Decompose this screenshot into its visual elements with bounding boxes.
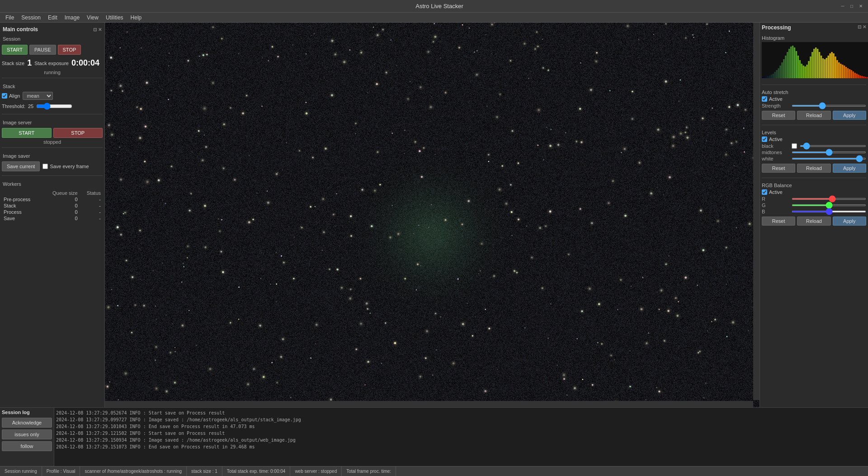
auto-stretch-active-checkbox[interactable] <box>762 96 767 102</box>
auto-stretch-buttons: Reset Reload Apply <box>762 111 866 120</box>
log-entry: 2024-12-08 13:27:29.099727 INFO : Image … <box>56 416 866 423</box>
rgb-reset-button[interactable]: Reset <box>762 217 795 226</box>
window-controls[interactable]: ─ □ ✕ <box>839 3 864 10</box>
auto-stretch-apply-button[interactable]: Apply <box>833 111 866 120</box>
close-button[interactable]: ✕ <box>857 3 864 10</box>
auto-stretch-active-row: Active <box>762 96 866 102</box>
histogram-canvas <box>762 42 868 78</box>
midtones-slider[interactable] <box>792 151 866 153</box>
log-entry: 2024-12-08 13:27:29.101043 INFO : End sa… <box>56 423 866 430</box>
levels-section: Levels Active black midtones white Reset… <box>762 125 866 175</box>
img-server-start-button[interactable]: START <box>2 128 52 138</box>
midtones-label: midtones <box>762 150 789 155</box>
panel-icons: ⊡ ✕ <box>93 27 102 32</box>
r-slider[interactable] <box>792 198 866 200</box>
workers-col-queue: Queue size <box>42 190 79 196</box>
status-web-server: web server : stopped <box>290 467 342 476</box>
levels-active-checkbox[interactable] <box>762 137 767 142</box>
save-every-frame-checkbox[interactable] <box>42 164 48 169</box>
stack-size-label: Stack size <box>2 61 24 66</box>
start-button[interactable]: START <box>2 45 28 55</box>
b-label: B <box>762 209 789 214</box>
save-current-button[interactable]: Save current <box>2 161 40 171</box>
b-slider[interactable] <box>792 211 866 212</box>
worker-row: Process0- <box>2 209 103 215</box>
white-label: white <box>762 156 789 161</box>
threshold-slider[interactable] <box>36 103 72 110</box>
menu-session[interactable]: Session <box>18 14 44 22</box>
status-total-exp: Total stack exp. time: 0:00:04 <box>222 467 291 476</box>
menu-utilities[interactable]: Utilities <box>102 14 127 22</box>
acknowledge-button[interactable]: Acknowledge <box>2 418 52 428</box>
rgb-active-checkbox[interactable] <box>762 189 767 195</box>
levels-apply-button[interactable]: Apply <box>833 164 866 173</box>
img-server-stop-button[interactable]: STOP <box>53 128 103 138</box>
session-section-label: Session <box>2 36 103 42</box>
rgb-reload-button[interactable]: Reload <box>797 217 830 226</box>
horizontal-scrollbar[interactable] <box>105 401 753 407</box>
menu-file[interactable]: File <box>2 14 18 22</box>
g-label: G <box>762 203 789 208</box>
issues-only-button[interactable]: issues only <box>2 429 52 439</box>
status-scanner: scanner of /home/astrogeek/astroshots : … <box>80 467 187 476</box>
auto-stretch-strength-row: Strength <box>762 103 866 108</box>
align-checkbox[interactable] <box>2 93 7 99</box>
auto-stretch-section: Auto stretch Active Strength Reset Reloa… <box>762 85 866 122</box>
session-status: running <box>2 70 103 75</box>
stack-size-value: 1 <box>27 58 32 68</box>
stack-section-label: Stack <box>2 84 103 89</box>
app-title: Astro Live Stacker <box>40 3 839 9</box>
minimize-button[interactable]: ─ <box>839 3 846 10</box>
rgb-r-row: R <box>762 196 866 202</box>
align-method-select[interactable]: mean median <box>23 92 53 100</box>
histogram-container <box>762 42 866 78</box>
rgb-active-row: Active <box>762 189 866 195</box>
levels-buttons: Reset Reload Apply <box>762 164 866 173</box>
white-slider[interactable] <box>792 158 866 160</box>
session-log-area: Session log Acknowledge issues only foll… <box>0 407 868 466</box>
auto-stretch-reset-button[interactable]: Reset <box>762 111 795 120</box>
img-server-status: stopped <box>2 139 103 145</box>
status-stack-size: stack size : 1 <box>187 467 222 476</box>
threshold-value: 25 <box>28 104 33 109</box>
status-profile: Profile : Visual <box>42 467 80 476</box>
left-panel: Main controls ⊡ ✕ Session START PAUSE ST… <box>0 23 105 407</box>
menu-help[interactable]: Help <box>127 14 146 22</box>
strength-slider[interactable] <box>792 105 866 107</box>
menu-view[interactable]: View <box>83 14 102 22</box>
vertical-scrollbar[interactable] <box>753 23 760 400</box>
black-label: black <box>762 143 789 149</box>
histogram-label: Histogram <box>762 35 866 41</box>
workers-section-label: Workers <box>2 181 103 187</box>
rgb-balance-section: RGB Balance Active R G B Reset Reload Ap… <box>762 178 866 228</box>
follow-button[interactable]: follow <box>2 441 52 451</box>
stop-button[interactable]: STOP <box>58 45 81 55</box>
levels-black-row: black <box>762 143 866 149</box>
log-entry: 2024-12-08 13:27:29.121502 INFO : Start … <box>56 430 866 437</box>
auto-stretch-reload-button[interactable]: Reload <box>797 111 830 120</box>
exposure-value: 0:00:04 <box>71 58 99 68</box>
status-session-running: Session running <box>0 467 42 476</box>
log-entry: 2024-12-08 13:27:29.052674 INFO : Start … <box>56 410 866 416</box>
worker-row: Stack0- <box>2 203 103 209</box>
levels-label: Levels <box>762 130 866 135</box>
image-container[interactable] <box>105 23 760 407</box>
save-every-frame-label[interactable]: Save every frame <box>42 164 89 169</box>
log-left-panel: Session log Acknowledge issues only foll… <box>0 408 54 466</box>
rgb-apply-button[interactable]: Apply <box>833 217 866 226</box>
menu-image[interactable]: Image <box>61 14 83 22</box>
auto-stretch-active-label: Active <box>769 96 783 102</box>
g-slider[interactable] <box>792 204 866 206</box>
levels-active-label: Active <box>769 137 783 142</box>
rgb-buttons: Reset Reload Apply <box>762 217 866 226</box>
workers-table: Queue size Status Pre-process0-Stack0-Pr… <box>2 190 103 222</box>
maximize-button[interactable]: □ <box>848 3 855 10</box>
pause-button[interactable]: PAUSE <box>29 45 56 55</box>
levels-reset-button[interactable]: Reset <box>762 164 795 173</box>
black-checkbox[interactable] <box>792 143 797 149</box>
titlebar: Astro Live Stacker ─ □ ✕ <box>0 0 868 13</box>
align-checkbox-label[interactable]: Align <box>2 93 20 99</box>
menu-edit[interactable]: Edit <box>44 14 61 22</box>
levels-reload-button[interactable]: Reload <box>797 164 830 173</box>
black-slider[interactable] <box>800 145 866 147</box>
